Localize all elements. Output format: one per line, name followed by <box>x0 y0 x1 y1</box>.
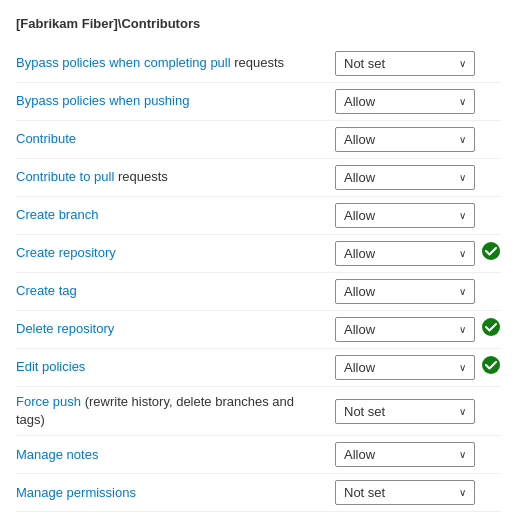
permission-label-force-push: Force push (rewrite history, delete bran… <box>16 393 335 429</box>
permission-value-manage-notes: Allow <box>344 447 375 462</box>
permission-row: Delete repositoryAllow∨ <box>16 311 501 349</box>
chevron-down-icon: ∨ <box>459 406 466 417</box>
permission-label-create-branch: Create branch <box>16 206 335 224</box>
permission-dropdown-edit-policies[interactable]: Allow∨ <box>335 355 475 380</box>
permission-dropdown-bypass-policies-push[interactable]: Allow∨ <box>335 89 475 114</box>
permission-label-manage-permissions: Manage permissions <box>16 484 335 502</box>
permission-label-contribute-pull-requests: Contribute to pull requests <box>16 168 335 186</box>
permission-control-create-repository: Allow∨ <box>335 241 501 266</box>
permission-control-contribute-pull-requests: Allow∨ <box>335 165 501 190</box>
permission-control-create-tag: Allow∨ <box>335 279 501 304</box>
chevron-down-icon: ∨ <box>459 248 466 259</box>
check-icon <box>481 355 501 380</box>
permission-label-bypass-policies-pull: Bypass policies when completing pull req… <box>16 54 335 72</box>
permission-value-force-push: Not set <box>344 404 385 419</box>
permission-control-bypass-policies-push: Allow∨ <box>335 89 501 114</box>
permissions-list: Bypass policies when completing pull req… <box>16 45 501 512</box>
permission-control-bypass-policies-pull: Not set∨ <box>335 51 501 76</box>
permission-value-contribute-pull-requests: Allow <box>344 170 375 185</box>
permission-value-delete-repository: Allow <box>344 322 375 337</box>
permission-label-manage-notes: Manage notes <box>16 446 335 464</box>
group-title: [Fabrikam Fiber]\Contributors <box>16 16 501 31</box>
permission-value-create-branch: Allow <box>344 208 375 223</box>
check-icon <box>481 241 501 266</box>
svg-point-0 <box>482 242 500 260</box>
permission-row: Create branchAllow∨ <box>16 197 501 235</box>
permission-row: Create tagAllow∨ <box>16 273 501 311</box>
chevron-down-icon: ∨ <box>459 172 466 183</box>
chevron-down-icon: ∨ <box>459 362 466 373</box>
permission-row: Force push (rewrite history, delete bran… <box>16 387 501 436</box>
permission-row: Edit policiesAllow∨ <box>16 349 501 387</box>
permission-label-contribute: Contribute <box>16 130 335 148</box>
permission-dropdown-bypass-policies-pull[interactable]: Not set∨ <box>335 51 475 76</box>
permission-row: Manage notesAllow∨ <box>16 436 501 474</box>
permission-control-manage-notes: Allow∨ <box>335 442 501 467</box>
permission-dropdown-contribute-pull-requests[interactable]: Allow∨ <box>335 165 475 190</box>
permission-dropdown-force-push[interactable]: Not set∨ <box>335 399 475 424</box>
permission-value-bypass-policies-push: Allow <box>344 94 375 109</box>
permission-control-delete-repository: Allow∨ <box>335 317 501 342</box>
permission-row: Create repositoryAllow∨ <box>16 235 501 273</box>
chevron-down-icon: ∨ <box>459 324 466 335</box>
chevron-down-icon: ∨ <box>459 286 466 297</box>
permission-row: Manage permissionsNot set∨ <box>16 474 501 512</box>
permission-control-create-branch: Allow∨ <box>335 203 501 228</box>
permission-label-edit-policies: Edit policies <box>16 358 335 376</box>
permission-dropdown-create-branch[interactable]: Allow∨ <box>335 203 475 228</box>
permission-dropdown-create-repository[interactable]: Allow∨ <box>335 241 475 266</box>
permission-control-manage-permissions: Not set∨ <box>335 480 501 505</box>
chevron-down-icon: ∨ <box>459 449 466 460</box>
permission-dropdown-delete-repository[interactable]: Allow∨ <box>335 317 475 342</box>
permission-value-contribute: Allow <box>344 132 375 147</box>
permission-row: Contribute to pull requestsAllow∨ <box>16 159 501 197</box>
permission-label-create-repository: Create repository <box>16 244 335 262</box>
permission-control-force-push: Not set∨ <box>335 399 501 424</box>
permission-value-bypass-policies-pull: Not set <box>344 56 385 71</box>
check-icon <box>481 317 501 342</box>
group-bracket: [Fabrikam Fiber]\ <box>16 16 121 31</box>
permission-value-create-tag: Allow <box>344 284 375 299</box>
chevron-down-icon: ∨ <box>459 210 466 221</box>
permission-label-delete-repository: Delete repository <box>16 320 335 338</box>
permission-value-manage-permissions: Not set <box>344 485 385 500</box>
permission-value-create-repository: Allow <box>344 246 375 261</box>
chevron-down-icon: ∨ <box>459 134 466 145</box>
chevron-down-icon: ∨ <box>459 487 466 498</box>
permission-dropdown-manage-permissions[interactable]: Not set∨ <box>335 480 475 505</box>
permission-row: ContributeAllow∨ <box>16 121 501 159</box>
permission-row: Bypass policies when pushingAllow∨ <box>16 83 501 121</box>
permission-control-edit-policies: Allow∨ <box>335 355 501 380</box>
permission-dropdown-manage-notes[interactable]: Allow∨ <box>335 442 475 467</box>
permission-label-bypass-policies-push: Bypass policies when pushing <box>16 92 335 110</box>
permission-dropdown-create-tag[interactable]: Allow∨ <box>335 279 475 304</box>
permission-value-edit-policies: Allow <box>344 360 375 375</box>
svg-point-2 <box>482 356 500 374</box>
permission-row: Bypass policies when completing pull req… <box>16 45 501 83</box>
permission-label-create-tag: Create tag <box>16 282 335 300</box>
svg-point-1 <box>482 318 500 336</box>
group-name: Contributors <box>121 16 200 31</box>
chevron-down-icon: ∨ <box>459 96 466 107</box>
permission-dropdown-contribute[interactable]: Allow∨ <box>335 127 475 152</box>
chevron-down-icon: ∨ <box>459 58 466 69</box>
permission-control-contribute: Allow∨ <box>335 127 501 152</box>
